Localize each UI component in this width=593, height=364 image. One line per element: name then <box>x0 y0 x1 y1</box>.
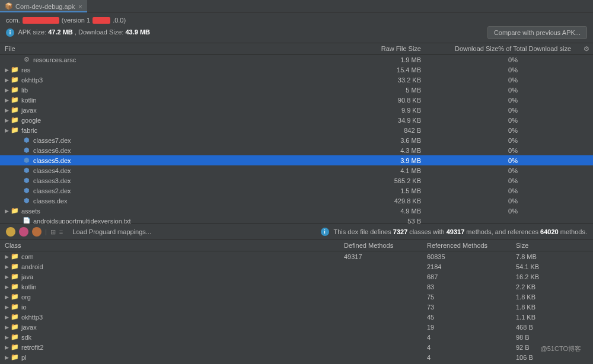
expand-arrow[interactable]: ▶ <box>5 107 11 113</box>
expand-arrow[interactable]: ▶ <box>5 97 11 103</box>
expand-arrow[interactable]: ▶ <box>5 294 11 300</box>
filter-fields-icon[interactable] <box>6 227 15 237</box>
dex-icon: ⬢ <box>23 136 31 144</box>
expand-arrow[interactable]: ▶ <box>5 127 11 133</box>
file-row[interactable]: ▶📁res15.4 MB0% <box>0 65 593 75</box>
file-row[interactable]: ▶📁assets4.9 MB0% <box>0 206 593 216</box>
col-defined-header[interactable]: Defined Methods <box>344 242 427 249</box>
watermark: @51CTO博客 <box>538 343 584 355</box>
class-size: 2.2 KB <box>516 283 593 290</box>
class-row[interactable]: ▶📁org751.8 KB <box>0 292 593 302</box>
file-tab[interactable]: 📦 Corn-dev-debug.apk × <box>0 0 87 12</box>
expand-arrow[interactable]: ▶ <box>5 324 11 330</box>
file-pct: 0% <box>433 97 593 104</box>
expand-arrow[interactable]: ▶ <box>5 304 11 310</box>
expand-arrow[interactable]: ▶ <box>5 87 11 93</box>
file-tree[interactable]: ⚙resources.arsc1.9 MB0%▶📁res15.4 MB0%▶📁o… <box>0 55 593 223</box>
file-pct: 0% <box>433 187 593 194</box>
file-name: okhttp3 <box>19 76 338 84</box>
file-row[interactable]: ▶📁kotlin90.8 KB0% <box>0 95 593 105</box>
class-tree[interactable]: ▶📁com49317608357.8 MB▶📁android218454.1 K… <box>0 251 593 362</box>
expand-arrow[interactable]: ▶ <box>5 344 11 350</box>
file-row[interactable]: ⬢classes4.dex4.1 MB0% <box>0 165 593 175</box>
expand-arrow[interactable]: ▶ <box>5 284 11 290</box>
class-row[interactable]: ▶📁io731.8 KB <box>0 302 593 312</box>
class-row[interactable]: ▶📁java68716.2 KB <box>0 272 593 282</box>
file-size: 53 B <box>338 218 433 224</box>
file-row[interactable]: ⚙resources.arsc1.9 MB0% <box>0 55 593 65</box>
apk-icon: 📦 <box>5 2 13 10</box>
file-pct: 0% <box>433 66 593 74</box>
file-pct: 0% <box>433 137 593 144</box>
expand-arrow[interactable]: ▶ <box>5 117 11 123</box>
class-row[interactable]: ▶📁kotlin832.2 KB <box>0 282 593 292</box>
expand-arrow[interactable]: ▶ <box>5 314 11 320</box>
expand-arrow[interactable]: ▶ <box>5 208 11 214</box>
referenced-methods: 19 <box>427 324 516 331</box>
class-row[interactable]: ▶📁android218454.1 KB <box>0 261 593 272</box>
col-size-header[interactable]: Raw File Size <box>338 45 433 52</box>
filter-classes-icon[interactable] <box>32 227 42 237</box>
tree-icon[interactable]: ⊞ <box>50 228 56 236</box>
file-row[interactable]: ⬢classes6.dex4.3 MB0% <box>0 145 593 155</box>
compare-button[interactable]: Compare with previous APK... <box>487 26 587 39</box>
expand-arrow[interactable]: ▶ <box>5 77 11 83</box>
class-row[interactable]: ▶📁pl4106 B <box>0 352 593 362</box>
file-row[interactable]: ▶📁javax9.9 KB0% <box>0 105 593 115</box>
redacted-version <box>93 17 110 24</box>
expand-arrow[interactable]: ▶ <box>5 254 11 260</box>
file-row[interactable]: ⬢classes3.dex565.2 KB0% <box>0 175 593 186</box>
file-row[interactable]: ▶📁fabric842 B0% <box>0 125 593 135</box>
class-row[interactable]: ▶📁okhttp3451.1 KB <box>0 312 593 322</box>
file-row[interactable]: ⬢classes5.dex3.9 MB0% <box>0 155 593 165</box>
class-size: 98 B <box>516 334 593 341</box>
file-name: assets <box>19 207 338 215</box>
col-size-header[interactable]: Size <box>516 242 593 249</box>
file-row[interactable]: ▶📁google34.9 KB0% <box>0 115 593 125</box>
info-icon: i <box>321 228 329 236</box>
expand-arrow[interactable]: ▶ <box>5 355 11 360</box>
expand-arrow[interactable]: ▶ <box>5 274 11 280</box>
file-row[interactable]: ⬢classes.dex429.8 KB0% <box>0 196 593 206</box>
expand-arrow[interactable]: ▶ <box>5 334 11 340</box>
class-row[interactable]: ▶📁retrofit2492 B <box>0 342 593 352</box>
file-name: androidsupportmultidexversion.txt <box>31 218 338 224</box>
flat-icon[interactable]: ≡ <box>59 228 63 235</box>
file-row[interactable]: ▶📁okhttp333.2 KB0% <box>0 75 593 85</box>
file-size: 842 B <box>338 127 433 134</box>
class-size: 16.2 KB <box>516 273 593 280</box>
close-icon[interactable]: × <box>77 3 82 10</box>
class-size: 1.8 KB <box>516 293 593 301</box>
file-row[interactable]: 📄androidsupportmultidexversion.txt53 B <box>0 216 593 223</box>
package-icon: 📁 <box>11 323 19 331</box>
folder-icon: 📁 <box>11 66 19 74</box>
file-size: 4.1 MB <box>338 167 433 174</box>
referenced-methods: 73 <box>427 304 516 311</box>
package-icon: 📁 <box>11 353 19 361</box>
file-size: 5 MB <box>338 87 433 94</box>
file-row[interactable]: ⬢classes7.dex3.6 MB0% <box>0 135 593 145</box>
size-prefix: APK size: <box>18 28 48 36</box>
file-row[interactable]: ▶📁lib5 MB0% <box>0 85 593 95</box>
class-row[interactable]: ▶📁javax19468 B <box>0 322 593 332</box>
file-pct: 0% <box>433 56 593 63</box>
folder-icon: 📁 <box>11 207 19 215</box>
file-name: kotlin <box>19 97 338 104</box>
col-class-header[interactable]: Class <box>0 242 344 249</box>
package-icon: 📁 <box>11 253 19 260</box>
expand-arrow[interactable]: ▶ <box>5 67 11 73</box>
load-proguard-button[interactable]: Load Proguard mappings... <box>72 228 151 235</box>
class-row[interactable]: ▶📁sdk498 B <box>0 332 593 342</box>
gear-icon[interactable]: ⚙ <box>584 45 589 53</box>
toolbar-separator: | <box>45 228 47 235</box>
file-size: 3.9 MB <box>338 157 433 164</box>
filter-methods-icon[interactable] <box>19 227 28 237</box>
referenced-methods: 83 <box>427 283 516 290</box>
class-row[interactable]: ▶📁com49317608357.8 MB <box>0 251 593 261</box>
col-file-header[interactable]: File <box>0 45 338 52</box>
file-row[interactable]: ⬢classes2.dex1.5 MB0% <box>0 186 593 196</box>
col-pct-header[interactable]: Download Size% of Total Download size <box>433 45 593 52</box>
file-name: classes7.dex <box>31 137 338 144</box>
expand-arrow[interactable]: ▶ <box>5 264 11 270</box>
col-referenced-header[interactable]: Referenced Methods <box>427 242 516 249</box>
